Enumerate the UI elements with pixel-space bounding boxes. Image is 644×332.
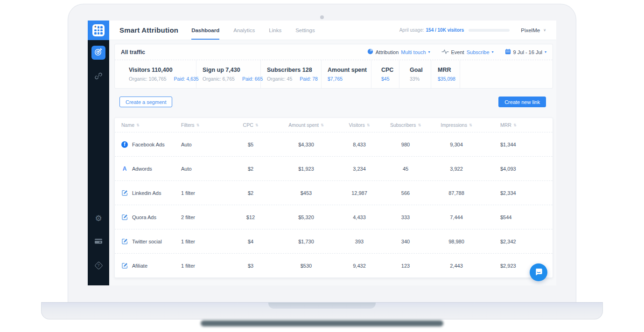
plus-glyph: +	[94, 26, 97, 28]
cell-cpc: $12	[227, 214, 274, 220]
row-name: Twitter social	[132, 239, 162, 244]
content-area: All traffic Attribution Mu	[109, 40, 556, 285]
sidebar-item-attribution[interactable]	[91, 46, 105, 60]
create-segment-button[interactable]: Create a segment	[119, 97, 172, 107]
cell-cpc: $4	[227, 239, 274, 244]
cell-name: Linkedin Ads	[115, 190, 181, 196]
column-label: Amount spent	[288, 122, 319, 128]
app-header: Smart Attribution Dashboard Analytics Li…	[109, 21, 556, 40]
sidebar-item-billing[interactable]	[91, 235, 105, 249]
cell-cpc: $2	[227, 166, 274, 172]
tab-analytics[interactable]: Analytics	[233, 21, 255, 40]
column-header-impressions[interactable]: Impressions⇅	[430, 118, 483, 132]
table-row[interactable]: Linkedin Ads1 filter$2$45312,98756687,78…	[115, 181, 553, 205]
stat-organic: Organic: 106,765	[129, 76, 167, 82]
actions-row: Create a segment Create new link	[114, 97, 553, 107]
cell-mrr: $2,334	[483, 190, 553, 196]
table-body: fFacebook AdsAuto$5$4,3308,4339809,304$1…	[115, 132, 553, 277]
cell-subscribers: 980	[381, 142, 430, 147]
stat-organic: Organic: 6,765	[203, 76, 235, 82]
table-row[interactable]: AAdwordsAuto$2$1,9233,234453,922$4,093	[115, 157, 553, 181]
stat-paid: Paid: 4,635	[174, 76, 199, 82]
row-name: Adwords	[132, 166, 152, 172]
cell-visitors: 9,432	[338, 263, 381, 269]
cell-impressions: 3,922	[430, 166, 483, 172]
page-title: Smart Attribution	[119, 26, 178, 34]
tab-settings[interactable]: Settings	[295, 21, 315, 40]
column-header-mrr[interactable]: MRR⇅	[483, 118, 553, 132]
trackpad-notch	[268, 303, 376, 309]
cell-subscribers: 566	[381, 190, 430, 196]
sort-icon: ⇅	[136, 123, 140, 127]
activity-icon	[441, 49, 449, 55]
stat-cpc: CPC $45	[371, 60, 399, 88]
edit-icon	[121, 238, 128, 245]
column-label: MRR	[500, 122, 511, 128]
date-range-picker[interactable]: 9 Jul - 16 Jul ▾	[505, 48, 546, 55]
traffic-table: Name⇅Filters⇅CPC⇅Amount spent⇅Visitors⇅S…	[114, 118, 553, 278]
edit-icon	[121, 214, 128, 221]
column-label: Filters	[181, 122, 195, 128]
cell-cpc: $3	[227, 263, 274, 269]
column-header-filters[interactable]: Filters⇅	[181, 118, 227, 132]
cell-mrr: $544	[483, 214, 553, 220]
create-new-link-button[interactable]: Create new link	[498, 97, 546, 107]
row-name: Quora Ads	[132, 214, 156, 220]
cell-visitors: 8,433	[338, 142, 381, 147]
cell-impressions: 7,444	[430, 214, 483, 220]
column-header-subscribers[interactable]: Subscribers⇅	[381, 118, 430, 132]
event-value: Subscribe	[467, 49, 490, 55]
cell-impressions: 9,304	[430, 142, 483, 147]
usage-progressbar	[469, 29, 510, 32]
cell-amount: $5,320	[274, 214, 338, 220]
cell-mrr: $4,093	[483, 166, 553, 172]
stat-label: Goal	[410, 67, 431, 73]
usage-meter: April usage: 154 / 10K visitors	[399, 28, 510, 33]
section-title: All traffic	[121, 49, 145, 55]
cell-subscribers: 333	[381, 214, 430, 220]
table-row[interactable]: Twitter social1 filter$4$1,73039334098,9…	[115, 229, 553, 254]
left-rail: +	[88, 21, 109, 285]
cell-filters: 1 filter	[181, 239, 227, 244]
attribution-dropdown[interactable]: Attribution Multi touch ▾	[367, 48, 430, 55]
stat-label: MRR	[438, 67, 460, 73]
column-header-amount[interactable]: Amount spent⇅	[274, 118, 338, 132]
sidebar-item-links[interactable]	[91, 70, 105, 84]
cell-amount: $530	[274, 263, 338, 269]
table-row[interactable]: Quora Ads2 filter$12$5,3204,4333337,444$…	[115, 205, 553, 229]
cell-subscribers: 45	[381, 166, 430, 172]
sidebar-item-help[interactable]: ?	[91, 258, 105, 272]
event-dropdown[interactable]: Event Subscribe ▾	[441, 49, 494, 55]
app-grid-icon: +	[92, 24, 105, 36]
tab-dashboard[interactable]: Dashboard	[191, 21, 219, 40]
traffic-toolbar: All traffic Attribution Mu	[115, 44, 553, 60]
column-label: Impressions	[441, 122, 467, 128]
camera-dot	[320, 15, 324, 19]
intercom-chat-button[interactable]	[530, 263, 547, 281]
pie-chart-icon	[367, 48, 373, 55]
cell-name: AAdwords	[115, 166, 181, 172]
table-row[interactable]: fFacebook AdsAuto$5$4,3308,4339809,304$1…	[115, 132, 553, 157]
edit-icon	[121, 263, 128, 269]
stat-subscribers: Subscribers 128 Organic: 45 Paid: 78	[261, 60, 322, 88]
sidebar-item-settings[interactable]: ⚙	[91, 212, 105, 226]
cell-filters: Auto	[181, 166, 227, 172]
cell-mrr: $1,344	[483, 142, 553, 147]
chevron-down-icon: ▾	[428, 50, 430, 54]
stat-value: $7,765	[328, 76, 343, 82]
tab-links[interactable]: Links	[269, 21, 281, 40]
account-name: PixelMe	[521, 28, 540, 33]
column-header-cpc[interactable]: CPC⇅	[227, 118, 274, 132]
cell-cpc: $2	[227, 190, 274, 196]
table-row[interactable]: Afiliate1 filter$3$5309,4321232,443$2,92…	[115, 254, 553, 277]
laptop-screen-bezel: +	[68, 4, 576, 302]
attribution-label: Attribution	[376, 49, 399, 55]
table-header: Name⇅Filters⇅CPC⇅Amount spent⇅Visitors⇅S…	[115, 118, 553, 132]
stat-label: Subscribers	[267, 67, 301, 73]
account-menu[interactable]: PixelMe ∨	[521, 28, 546, 33]
column-header-visitors[interactable]: Visitors⇅	[338, 118, 381, 132]
row-name: Linkedin Ads	[132, 190, 161, 196]
cell-amount: $1,923	[274, 166, 338, 172]
column-header-name[interactable]: Name⇅	[115, 118, 181, 132]
app-logo[interactable]: +	[88, 21, 109, 40]
